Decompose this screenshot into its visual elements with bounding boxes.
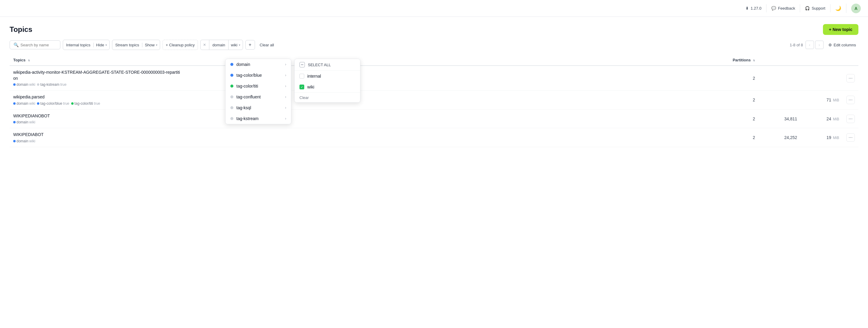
page-title: Topics <box>10 25 32 34</box>
domain-dropdown-item-tag-ksql[interactable]: tag-ksql › <box>225 102 291 113</box>
version-number: 1.27.0 <box>750 6 762 10</box>
tag-dot-icon <box>71 102 73 105</box>
values-dropdown-item-internal[interactable]: internal <box>294 71 360 82</box>
dot-icon <box>230 85 234 87</box>
dot-icon <box>230 63 234 66</box>
more-options-button[interactable]: ··· <box>846 74 855 82</box>
actions-cell: ··· <box>843 90 858 110</box>
stream-topics-filter[interactable]: Stream topics Show ▾ <box>112 40 160 50</box>
chevron-down-icon: ▾ <box>239 43 240 47</box>
domain-dropdown-item-tag-confluent[interactable]: tag-confluent › <box>225 91 291 102</box>
domain-dropdown-item-tag-color-titi[interactable]: tag-color/titi › <box>225 81 291 91</box>
pagination-controls: ‹ › <box>806 40 824 49</box>
moon-icon: 🌙 <box>835 5 841 11</box>
topic-name: wikipedia.parsed <box>13 94 719 100</box>
more-options-button[interactable]: ··· <box>846 133 855 142</box>
partitions-cell: 2 <box>723 109 759 128</box>
size-cell: 24 MiB <box>801 109 843 128</box>
table-row: wikipedia-activity-monitor-KSTREAM-AGGRE… <box>10 65 858 90</box>
values-dropdown: SELECT ALL internal ✓ wiki Clear <box>294 59 361 103</box>
topic-tags: domain wiki tag-kstream true <box>13 82 719 87</box>
messages-cell: 34,811 <box>759 109 801 128</box>
domain-filter-label: domain <box>209 43 228 47</box>
edit-columns-button[interactable]: ⚙ Edit columns <box>826 42 858 49</box>
search-wrap: 🔍 <box>10 40 60 49</box>
values-dropdown-footer: Clear <box>294 92 360 102</box>
tag-dot-icon <box>13 83 16 86</box>
tag-domain: domain wiki <box>13 102 35 106</box>
headphones-icon: 🎧 <box>805 6 810 10</box>
topics-table: Topics ⇅ Partitions ⇅ wikipedia-activity… <box>10 55 858 147</box>
table-row: wikipedia.parsed domain wiki tag-color/b… <box>10 90 858 110</box>
sort-icon: ⇅ <box>753 59 755 62</box>
actions-cell: ··· <box>843 128 858 147</box>
chevron-right-icon: › <box>285 95 286 99</box>
tag-kstream: tag-kstream true <box>37 82 66 87</box>
checkbox-wiki[interactable]: ✓ <box>300 85 304 89</box>
chevron-right-icon: › <box>285 116 286 121</box>
checkbox-internal[interactable] <box>300 74 304 79</box>
theme-toggle[interactable]: 🌙 <box>831 4 846 13</box>
col-size <box>801 55 843 65</box>
partial-select-icon <box>300 62 305 67</box>
cleanup-policy-label: + Cleanup policy <box>163 43 198 47</box>
partitions-cell: 2 <box>723 128 759 147</box>
chevron-right-icon: › <box>285 84 286 88</box>
values-dropdown-item-wiki[interactable]: ✓ wiki <box>294 82 360 92</box>
col-messages <box>759 55 801 65</box>
sort-icon: ⇅ <box>28 59 30 62</box>
table-row: WIKIPEDIANOBOT domain wiki 2 34,811 24 M… <box>10 109 858 128</box>
avatar[interactable]: A <box>851 4 861 13</box>
chevron-down-icon: ▾ <box>156 43 157 47</box>
close-icon[interactable]: ✕ <box>203 43 206 47</box>
next-page-button[interactable]: › <box>815 40 824 49</box>
stream-topics-label: Stream topics <box>112 43 142 47</box>
support-button[interactable]: 🎧 Support <box>800 4 831 12</box>
internal-topics-label: Internal topics <box>63 43 94 47</box>
feedback-icon: 💬 <box>771 6 776 10</box>
topic-name: WIKIPEDIABOT <box>13 132 719 138</box>
chevron-right-icon: › <box>285 73 286 77</box>
actions-cell: ··· <box>843 65 858 90</box>
chevron-right-icon: › <box>285 62 286 66</box>
internal-topics-value[interactable]: Hide ▾ <box>94 43 109 47</box>
tag-dot-icon <box>13 102 16 105</box>
clear-button[interactable]: Clear <box>300 95 309 100</box>
domain-dropdown-item-domain[interactable]: domain › <box>225 59 291 70</box>
tag-domain: domain wiki <box>13 82 35 87</box>
add-filter-button[interactable]: + <box>245 40 255 50</box>
gear-icon: ⚙ <box>828 43 832 47</box>
version-info[interactable]: ⬇ 1.27.0 <box>741 4 767 12</box>
col-partitions[interactable]: Partitions ⇅ <box>723 55 759 65</box>
select-all-option[interactable]: SELECT ALL <box>294 59 360 71</box>
search-input[interactable] <box>21 43 57 47</box>
tag-dot-icon <box>13 140 16 142</box>
tag-domain: domain wiki <box>13 139 35 143</box>
more-options-button[interactable]: ··· <box>846 115 855 123</box>
prev-page-button[interactable]: ‹ <box>806 40 814 49</box>
topic-tags: domain wiki tag-color/blue true tag-colo… <box>13 102 719 106</box>
checkmark-icon: ✓ <box>301 85 303 89</box>
internal-topics-filter[interactable]: Internal topics Hide ▾ <box>63 40 110 50</box>
clear-all-button[interactable]: Clear all <box>257 43 277 47</box>
col-actions <box>843 55 858 65</box>
col-topics[interactable]: Topics ⇅ <box>10 55 723 65</box>
topic-tags: domain wiki <box>13 139 719 143</box>
stream-topics-value[interactable]: Show ▾ <box>142 43 160 47</box>
topic-name: wikipedia-activity-monitor-KSTREAM-AGGRE… <box>13 70 719 76</box>
messages-cell: 24,252 <box>759 128 801 147</box>
search-icon: 🔍 <box>13 43 19 47</box>
dot-icon <box>230 117 234 120</box>
more-options-button[interactable]: ··· <box>846 96 855 104</box>
cleanup-policy-filter[interactable]: + Cleanup policy <box>162 40 198 50</box>
actions-cell: ··· <box>843 109 858 128</box>
feedback-button[interactable]: 💬 Feedback <box>767 4 800 12</box>
domain-dropdown-item-tag-color-blue[interactable]: tag-color/blue › <box>225 70 291 81</box>
domain-filter-value[interactable]: wiki ▾ <box>228 43 243 47</box>
domain-filter[interactable]: ✕ domain wiki ▾ <box>200 40 243 50</box>
domain-dropdown-item-tag-kstream[interactable]: tag-kstream › <box>225 113 291 124</box>
topic-tags: domain wiki <box>13 120 719 124</box>
dot-icon <box>230 95 234 99</box>
topic-name-cont: on <box>13 76 719 82</box>
new-topic-button[interactable]: + New topic <box>823 24 858 35</box>
